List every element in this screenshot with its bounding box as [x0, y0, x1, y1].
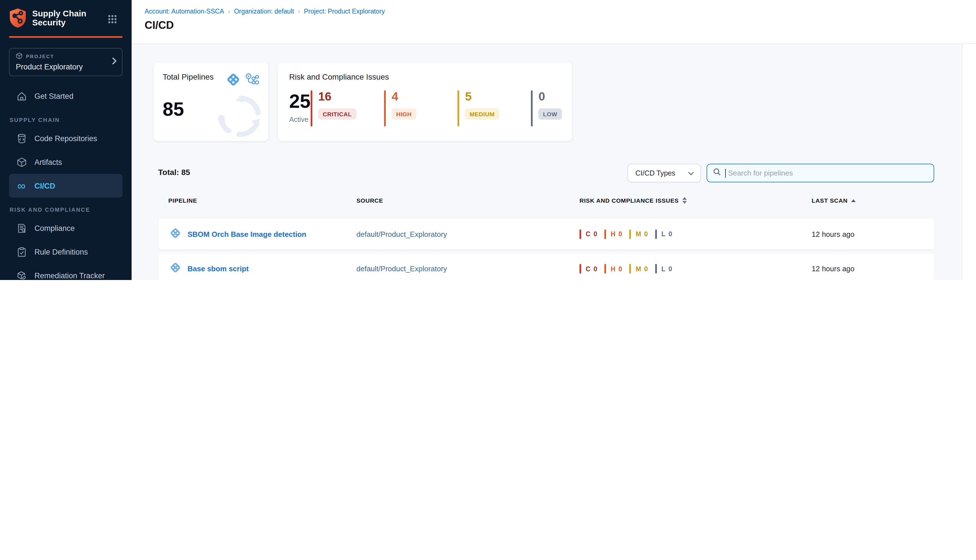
project-eyebrow-label: PROJECT [26, 53, 54, 59]
severity-count: 4 [392, 90, 398, 103]
severity-count-group: C0 [579, 264, 597, 273]
severity-badge: HIGH [392, 108, 416, 120]
sidebar-item-label: Artifacts [35, 158, 62, 166]
sidebar-item-label: Compliance [35, 224, 75, 232]
active-issues-value: 25 [289, 92, 310, 111]
severity-count-group: M0 [629, 229, 648, 239]
chevron-down-icon [688, 169, 694, 177]
cicd-types-dropdown[interactable]: CI/CD Types [627, 164, 701, 182]
box-tool-icon [16, 270, 27, 280]
sidebar: Supply Chain Security PROJECT Product [0, 0, 132, 280]
home-icon [16, 90, 27, 102]
risk-card-title: Risk and Compliance Issues [289, 72, 561, 81]
brand-title: Supply Chain Security [32, 8, 87, 30]
breadcrumb-account[interactable]: Account: Automation-SSCA [145, 8, 224, 15]
sidebar-nav: Get Started SUPPLY CHAIN Code Repositori… [0, 84, 132, 280]
sidebar-item-artifacts[interactable]: Artifacts [0, 150, 132, 174]
sort-ascending-icon [851, 199, 856, 202]
cicd-types-label: CI/CD Types [636, 169, 675, 177]
column-header-pipeline: PIPELINE [169, 197, 197, 204]
severity-badge: CRITICAL [318, 108, 356, 120]
pipeline-graph-icon [245, 73, 259, 88]
severity-badge: LOW [539, 108, 562, 120]
severity-summary-group: 4 HIGH [384, 90, 449, 127]
pipeline-source: default/Product_Exploratory [356, 265, 447, 273]
sidebar-item-rule-definitions[interactable]: Rule Definitions [0, 240, 132, 263]
clipboard-check-icon [16, 246, 27, 257]
box-icon [16, 157, 27, 168]
shield-logo-icon [9, 8, 27, 30]
search-icon [713, 168, 721, 178]
cycle-watermark-icon [213, 90, 267, 141]
severity-count: 0 [539, 90, 545, 103]
app-window: Supply Chain Security PROJECT Product [0, 0, 976, 280]
severity-count: 5 [465, 90, 472, 103]
text-caret [725, 168, 726, 178]
last-scan-value: 12 hours ago [812, 265, 854, 273]
severity-bar [457, 90, 459, 127]
sidebar-item-cicd[interactable]: ∞ CI/CD [9, 174, 123, 198]
sidebar-item-label: Get Started [35, 92, 73, 100]
pipeline-search [707, 164, 934, 182]
table-header: PIPELINE SOURCE RISK AND COMPLIANCE ISSU… [158, 197, 934, 208]
severity-count-group: C0 [579, 229, 597, 239]
cube-icon [16, 52, 23, 60]
table-row[interactable]: SBOM Orch Base Image detection default/P… [158, 218, 934, 250]
doc-search-icon [16, 222, 27, 234]
search-input[interactable] [727, 168, 928, 178]
severity-summary-group: 0 LOW [531, 90, 562, 127]
risk-compliance-card: Risk and Compliance Issues 25 Active 16 … [278, 63, 572, 141]
severity-count-group: L0 [655, 264, 672, 273]
column-header-source: SOURCE [356, 197, 383, 204]
breadcrumb-separator: › [298, 8, 300, 15]
column-header-last-scan[interactable]: LAST SCAN [812, 197, 856, 204]
breadcrumb-organization[interactable]: Organization: default [234, 8, 294, 15]
infinity-icon: ∞ [16, 180, 27, 192]
severity-counts: C0H0M0L0 [579, 264, 679, 273]
project-name: Product Exploratory [16, 63, 107, 71]
section-label-risk: RISK AND COMPLIANCE [0, 207, 132, 213]
pipeline-diamond-icon [169, 262, 181, 276]
breadcrumb-project[interactable]: Project: Product Exploratory [304, 8, 385, 15]
breadcrumb: Account: Automation-SSCA › Organization:… [145, 8, 976, 15]
table-row[interactable]: Base sbom script default/Product_Explora… [158, 253, 934, 280]
breadcrumb-separator: › [228, 8, 230, 15]
pipeline-diamond-icon [226, 72, 240, 89]
main-content: Total Pipelines 85 Risk and Compliance I… [132, 44, 976, 280]
brand: Supply Chain Security [0, 0, 132, 30]
column-header-risk[interactable]: RISK AND COMPLIANCE ISSUES [579, 197, 687, 204]
pipeline-name-link[interactable]: SBOM Orch Base Image detection [187, 230, 306, 238]
pipeline-name-link[interactable]: Base sbom script [187, 265, 249, 273]
page-header: Account: Automation-SSCA › Organization:… [132, 0, 976, 44]
sidebar-item-remediation-tracker[interactable]: Remediation Tracker [0, 263, 132, 280]
right-rail [962, 44, 976, 280]
severity-count: 16 [318, 90, 332, 103]
sidebar-item-label: Rule Definitions [35, 248, 88, 256]
code-repo-icon [16, 133, 27, 144]
severity-groups: 16 CRITICAL 4 HIGH 5 MEDIUM 0 LOW [310, 90, 562, 127]
sidebar-item-code-repositories[interactable]: Code Repositories [0, 127, 132, 150]
severity-counts: C0H0M0L0 [579, 229, 679, 239]
sidebar-item-label: Remediation Tracker [35, 271, 105, 280]
severity-summary-group: 5 MEDIUM [457, 90, 522, 127]
severity-count-group: M0 [629, 264, 648, 273]
sidebar-item-label: CI/CD [35, 182, 55, 190]
pipeline-rows: SBOM Orch Base Image detection default/P… [158, 218, 934, 280]
app-grid-icon[interactable] [108, 15, 117, 26]
severity-badge: MEDIUM [465, 108, 499, 120]
pipeline-source: default/Product_Exploratory [356, 230, 447, 238]
project-selector[interactable]: PROJECT Product Exploratory [9, 48, 123, 76]
last-scan-value: 12 hours ago [812, 230, 854, 238]
sort-icon [682, 197, 687, 204]
sidebar-item-compliance[interactable]: Compliance [0, 216, 132, 240]
severity-count-group: H0 [604, 229, 622, 239]
total-count-label: Total: 85 [158, 168, 190, 177]
total-pipelines-title: Total Pipelines [163, 72, 214, 81]
sidebar-item-get-started[interactable]: Get Started [0, 84, 132, 108]
section-label-supply-chain: SUPPLY CHAIN [0, 117, 132, 123]
pipeline-diamond-icon [169, 227, 181, 241]
severity-count-group: H0 [604, 264, 622, 273]
severity-bar [384, 90, 386, 127]
severity-bar [310, 90, 313, 127]
brand-accent-bar [9, 36, 123, 38]
